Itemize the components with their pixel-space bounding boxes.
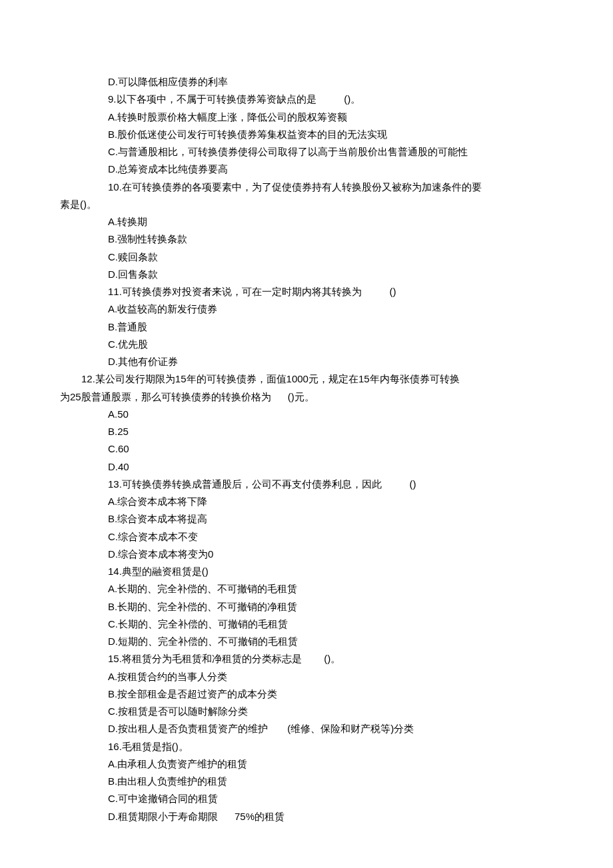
text-line: D.40 (60, 458, 553, 476)
text-line: A.由承租人负责资产维护的租赁 (60, 755, 553, 773)
text-line: D.综合资本成本将变为0 (60, 546, 553, 563)
text-line: B.25 (60, 423, 553, 440)
text-line: C.60 (60, 440, 553, 458)
text-line: 10.在可转换债券的各项要素中，为了促使债券持有人转换股份又被称为加速条件的要 (60, 179, 553, 196)
text-line: D.短期的、完全补偿的、不可撤销的毛租赁 (60, 633, 553, 650)
text-line: D.总筹资成本比纯债券要高 (60, 161, 553, 178)
text-line: B.长期的、完全补偿的、不可撤销的净租赁 (60, 598, 553, 616)
text-line: A.收益较高的新发行债券 (60, 300, 553, 318)
text-line: A.综合资本成本将下降 (60, 493, 553, 510)
document-body: D.可以降低相应债券的利率9.以下各项中，不属于可转换债券筹资缺点的是 ()。A… (60, 73, 553, 825)
text-line: B.股价低迷使公司发行可转换债券筹集权益资本的目的无法实现 (60, 126, 553, 143)
text-line: 9.以下各项中，不属于可转换债券筹资缺点的是 ()。 (60, 91, 553, 108)
text-line: D.其他有价证券 (60, 353, 553, 370)
text-line: B.综合资本成本将提高 (60, 510, 553, 528)
text-line: 11.可转换债券对投资者来说，可在一定时期内将其转换为 () (60, 283, 553, 300)
text-line: C.可中途撤销合同的租赁 (60, 790, 553, 807)
text-line: 12.某公司发行期限为15年的可转换债券，面值1000元，规定在15年内每张债券… (60, 370, 553, 388)
text-line: B.按全部租金是否超过资产的成本分类 (60, 685, 553, 703)
text-line: D.租赁期限小于寿命期限 75%的租赁 (60, 808, 553, 825)
text-line: 素是()。 (60, 196, 553, 213)
text-line: 为25股普通股票，那么可转换债券的转换价格为 ()元。 (60, 388, 553, 406)
text-line: B.由出租人负责维护的租赁 (60, 773, 553, 790)
text-line: 14.典型的融资租赁是() (60, 563, 553, 580)
text-line: A.按租赁合约的当事人分类 (60, 668, 553, 685)
text-line: B.强制性转换条款 (60, 230, 553, 248)
text-line: A.50 (60, 406, 553, 423)
text-line: D.按出租人是否负责租赁资产的维护 (维修、保险和财产税等)分类 (60, 720, 553, 737)
text-line: A.转换期 (60, 213, 553, 230)
text-line: B.普通股 (60, 318, 553, 336)
text-line: 16.毛租赁是指()。 (60, 738, 553, 755)
text-line: 15.将租赁分为毛租赁和净租赁的分类标志是 ()。 (60, 650, 553, 667)
text-line: C.综合资本成本不变 (60, 528, 553, 546)
text-line: C.优先股 (60, 336, 553, 353)
text-line: C.按租赁是否可以随时解除分类 (60, 703, 553, 720)
text-line: A.长期的、完全补偿的、不可撤销的毛租赁 (60, 580, 553, 598)
text-line: A.转换时股票价格大幅度上涨，降低公司的股权筹资额 (60, 109, 553, 126)
text-line: 13.可转换债券转换成普通股后，公司不再支付债券利息，因此 () (60, 476, 553, 493)
text-line: C.长期的、完全补偿的、可撤销的毛租赁 (60, 616, 553, 633)
text-line: C.与普通股相比，可转换债券使得公司取得了以高于当前股价出售普通股的可能性 (60, 143, 553, 161)
text-line: D.可以降低相应债券的利率 (60, 73, 553, 91)
text-line: D.回售条款 (60, 266, 553, 283)
text-line: C.赎回条款 (60, 248, 553, 266)
